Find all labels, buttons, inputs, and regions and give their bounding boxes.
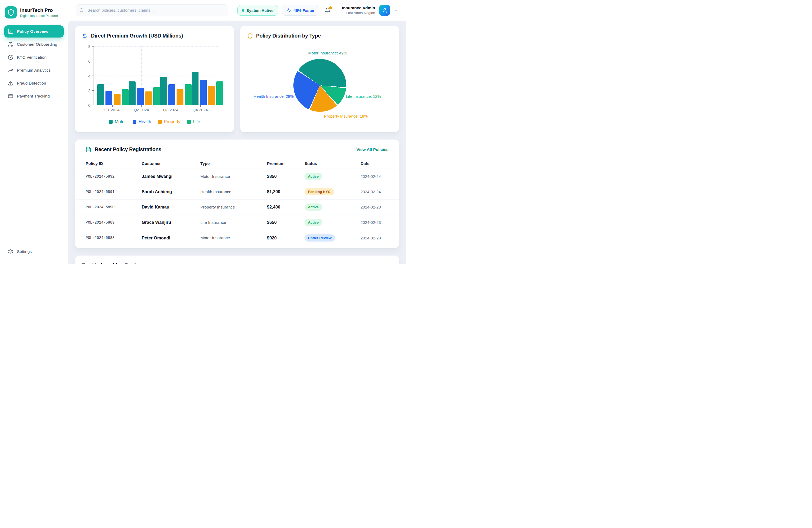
bar-groups [94, 46, 218, 105]
sidebar-item-kyc-verification[interactable]: KYC Verification [4, 51, 64, 63]
bar-property-q2-2024 [145, 91, 152, 105]
sidebar-item-label: KYC Verification [17, 55, 46, 60]
legend-item-life[interactable]: Life [187, 119, 200, 124]
customer: Sarah Achieng [142, 189, 200, 194]
search-input[interactable] [76, 4, 228, 16]
bar-health-q3-2024 [169, 84, 175, 105]
bar-chart-icon [8, 29, 13, 34]
premium: $2,400 [267, 205, 304, 209]
bar-health-q2-2024 [137, 88, 144, 105]
table-row: POL-2024-5891 Sarah Achieng Health Insur… [75, 184, 399, 200]
pie-label-life-insurance: Life Insurance: 12% [346, 94, 381, 99]
bar-life-q4-2024 [216, 82, 223, 105]
policy-type: Motor Insurance [200, 235, 267, 240]
sidebar-item-settings[interactable]: Settings [4, 246, 64, 258]
card-title: Direct Premium Growth (USD Millions) [91, 33, 183, 39]
table-row: POL-2024-5889 Grace Wanjiru Life Insuran… [75, 215, 399, 230]
bar-group-q3-2024 [160, 46, 192, 105]
column-header: Premium [267, 161, 304, 166]
trending-up-icon [8, 68, 13, 73]
sidebar-item-label: Customer Onboarding [17, 42, 57, 47]
bar-property-q1-2024 [114, 94, 120, 105]
premium: $850 [267, 174, 304, 179]
speed-badge: 45% Faster [282, 5, 319, 16]
policy-type: Property Insurance [200, 205, 267, 209]
premium-growth-card: Direct Premium Growth (USD Millions) 864… [75, 26, 234, 132]
file-text-icon [86, 147, 91, 152]
bar-life-q3-2024 [185, 84, 192, 105]
partial-card: Top Underwriting Regions [75, 255, 399, 264]
bar-motor-q4-2024 [192, 72, 199, 105]
legend-swatch [133, 120, 136, 124]
bar-xaxis-labels: Q1 2024Q2 2024Q3 2024Q4 2024 [94, 107, 218, 112]
sidebar-item-customer-onboarding[interactable]: Customer Onboarding [4, 38, 64, 50]
bar-group-q1-2024 [97, 46, 129, 105]
y-axis-label: 8 [88, 44, 90, 49]
notifications-button[interactable] [324, 8, 331, 14]
view-all-policies-link[interactable]: View All Policies [357, 147, 389, 152]
customer: James Mwangi [142, 174, 200, 179]
column-header: Customer [142, 161, 200, 166]
date: 2024-02-24 [361, 190, 389, 194]
legend-item-motor[interactable]: Motor [109, 119, 126, 124]
bar-health-q4-2024 [200, 80, 207, 105]
policy-id: POL-2024-5892 [86, 174, 142, 179]
axis-tick [92, 61, 93, 61]
user-icon [382, 8, 388, 13]
top-header: System Active 45% Faster Insurance Admin… [68, 0, 406, 20]
logo-shield-icon [5, 6, 17, 18]
card-title: Recent Policy Registrations [95, 146, 161, 152]
premium: $920 [267, 235, 304, 240]
sidebar-item-payment-tracking[interactable]: Payment Tracking [4, 90, 64, 102]
check-circle-icon [8, 55, 13, 60]
status-pill: Active [304, 173, 322, 180]
pie-label-health-insurance: Health Insurance: 28% [253, 94, 294, 99]
status-pill: Pending KYC [304, 188, 334, 195]
bar-life-q1-2024 [122, 89, 129, 105]
date: 2024-02-23 [361, 220, 389, 225]
partial-card-title: Top Underwriting Regions [82, 262, 145, 264]
bar-health-q1-2024 [105, 91, 112, 105]
sidebar-item-fraud-detection[interactable]: Fraud Detection [4, 77, 64, 89]
user-region: East Africa Region [342, 11, 375, 15]
user-name: Insurance Admin [342, 5, 375, 10]
chart-legend: MotorHealthPropertyLife [82, 119, 227, 124]
axis-tick [200, 105, 201, 107]
axis-tick [92, 90, 93, 91]
bar-motor-q3-2024 [160, 77, 167, 105]
legend-item-property[interactable]: Property [158, 119, 180, 124]
brand: InsurTech Pro Digital Insurance Platform [4, 5, 64, 25]
app-root: InsurTech Pro Digital Insurance Platform… [0, 0, 406, 264]
customer: Peter Omondi [142, 235, 200, 240]
sidebar-item-label: Fraud Detection [17, 81, 46, 86]
bar-life-q2-2024 [153, 87, 160, 105]
legend-item-health[interactable]: Health [133, 119, 151, 124]
policy-id: POL-2024-5890 [86, 205, 142, 209]
sidebar: InsurTech Pro Digital Insurance Platform… [0, 0, 68, 264]
content-area: Direct Premium Growth (USD Millions) 864… [68, 20, 406, 264]
alert-triangle-icon [8, 80, 13, 86]
table-row: POL-2024-5892 James Mwangi Motor Insuran… [75, 169, 399, 184]
header-divider [337, 5, 337, 15]
app-tagline: Digital Insurance Platform [20, 14, 58, 18]
column-header: Status [304, 161, 361, 166]
system-status-badge: System Active [237, 5, 278, 16]
sidebar-item-label: Policy Overview [17, 29, 48, 34]
customer: David Kamau [142, 205, 200, 209]
status-pill: Active [304, 219, 322, 226]
notification-dot [329, 6, 332, 9]
y-axis-label: 4 [88, 73, 90, 78]
sidebar-item-premium-analytics[interactable]: Premium Analytics [4, 64, 64, 76]
sidebar-item-policy-overview[interactable]: Policy Overview [4, 25, 64, 38]
avatar[interactable] [379, 5, 390, 16]
chevron-down-icon[interactable] [394, 8, 398, 13]
legend-swatch [158, 120, 162, 124]
axis-tick [112, 105, 113, 107]
dollar-sign-icon [82, 33, 88, 39]
date: 2024-02-23 [361, 205, 389, 209]
main: System Active 45% Faster Insurance Admin… [68, 0, 406, 264]
table-row: POL-2024-5888 Peter Omondi Motor Insuran… [75, 230, 399, 246]
date: 2024-02-24 [361, 174, 389, 179]
legend-swatch [109, 120, 113, 124]
x-axis-label: Q3 2024 [156, 107, 186, 112]
